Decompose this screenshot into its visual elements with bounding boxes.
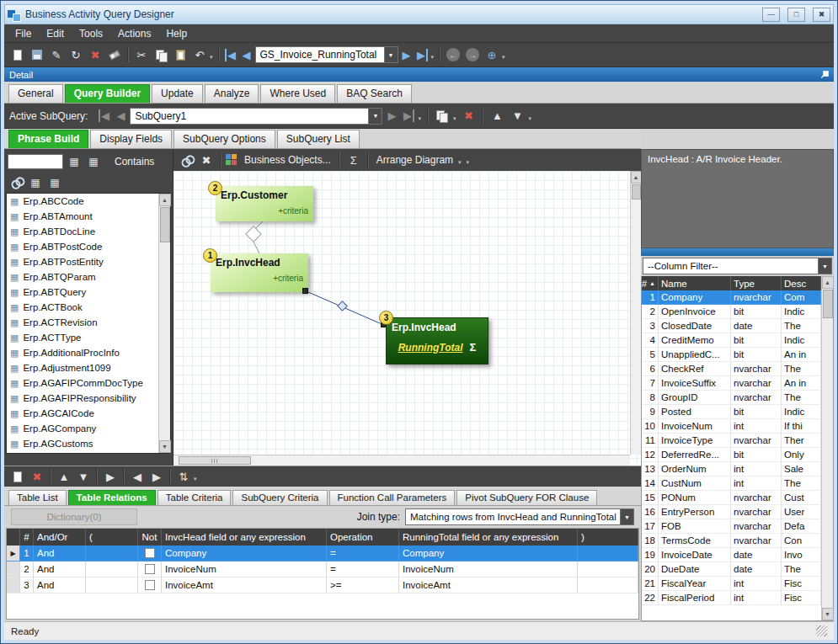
close-paren-cell[interactable] (578, 562, 638, 577)
list-view-button[interactable]: ▦ (85, 153, 102, 169)
num-column-header[interactable]: # (20, 529, 34, 546)
close-paren-column-header[interactable]: ) (578, 529, 638, 546)
resize-grip[interactable] (816, 625, 827, 636)
andor-column-header[interactable]: And/Or (34, 529, 86, 546)
scroll-up-icon[interactable]: ▲ (631, 171, 642, 184)
subquery-next-button[interactable]: ▶ (384, 107, 399, 125)
back-button[interactable]: ← (444, 45, 462, 64)
not-cell[interactable] (138, 546, 162, 562)
not-checkbox[interactable] (145, 580, 155, 590)
undo-caret-icon[interactable]: ▾ (210, 54, 213, 61)
invchead-field-cell[interactable]: InvoiceNum (162, 562, 327, 577)
maximize-button[interactable]: □ (787, 8, 805, 22)
table-list-scrollbar[interactable]: ▲ ▼ (158, 194, 170, 453)
edit-button[interactable]: ✎ (47, 45, 66, 64)
type-column-header[interactable]: Type (731, 276, 782, 290)
diagram-toolbar-caret-icon[interactable]: ▾ (467, 159, 470, 166)
nav-last-button[interactable]: ▶ (415, 45, 430, 64)
relations-tab[interactable]: Table Relations (68, 490, 156, 505)
arrange-diagram-caret-icon[interactable]: ▾ (458, 159, 462, 166)
scroll-thumb[interactable] (160, 207, 170, 242)
query-combo[interactable]: GS_Invoice_RunningTotal ▼ (255, 46, 398, 63)
field1-column-header[interactable]: InvcHead field or any expression (162, 529, 327, 546)
not-checkbox[interactable] (145, 564, 155, 574)
add-relation-button[interactable] (177, 151, 195, 169)
paste-button[interactable] (171, 45, 189, 64)
table-list-item[interactable]: ▦ Erp.Adjustment1099 (7, 360, 158, 375)
table-list-item[interactable]: ▦ Erp.ACTType (7, 330, 158, 345)
table-icon-button-2[interactable]: ▦ (46, 174, 63, 190)
column-row[interactable]: 13 OrderNum int Sale (642, 462, 821, 476)
delete-diagram-item-button[interactable]: ✖ (197, 151, 216, 169)
andor-cell[interactable]: And (34, 562, 86, 577)
link-tables-button[interactable] (8, 174, 24, 190)
play-button[interactable]: ▶ (101, 467, 120, 486)
subquery-combo-caret-icon[interactable]: ▼ (368, 109, 382, 124)
undo-button[interactable]: ↶ (190, 45, 209, 64)
subquery-first-button[interactable]: ◀ (96, 107, 111, 125)
row-down-button[interactable]: ▼ (74, 467, 93, 486)
column-row[interactable]: 3 ClosedDate date The (642, 319, 821, 333)
runningtotal-field-cell[interactable]: Company (399, 546, 578, 562)
sigma-button[interactable]: Σ (344, 151, 363, 169)
table-list-item[interactable]: ▦ Erp.ABTPostCode (7, 239, 158, 254)
column-row[interactable]: 22 FiscalPeriod int Fisc (642, 591, 821, 605)
scroll-thumb[interactable] (632, 184, 641, 200)
copy-button[interactable] (152, 45, 170, 64)
name-column-header[interactable]: Name (659, 276, 731, 290)
forward-button[interactable]: → (463, 45, 482, 64)
column-row[interactable]: 11 InvoiceType nvarchar Ther (642, 434, 821, 448)
invchead-node[interactable]: Erp.InvcHead +criteria (211, 253, 308, 292)
column-filter-caret-icon[interactable]: ▼ (818, 258, 831, 274)
menu-item[interactable]: File (8, 25, 39, 42)
table-list-item[interactable]: ▦ Erp.AGAFIPCommDocType (7, 375, 158, 391)
columns-grid-scrollbar[interactable]: ▲ ▼ (821, 276, 833, 620)
table-list-item[interactable]: ▦ Erp.ACTRevision (7, 315, 158, 330)
customer-node[interactable]: Erp.Customer +criteria (216, 186, 313, 221)
relations-tab[interactable]: Function Call Parameters (329, 490, 456, 505)
home-caret-icon[interactable]: ▾ (502, 54, 505, 61)
shift-left-button[interactable]: ◀ (128, 467, 147, 486)
andor-cell[interactable]: And (34, 546, 86, 562)
sub-tab[interactable]: SubQuery Options (173, 130, 275, 148)
table-list-item[interactable]: ▦ Erp.AGCustoms (7, 436, 158, 451)
close-paren-cell[interactable] (578, 546, 638, 562)
field2-column-header[interactable]: RunningTotal field or any expression (399, 529, 578, 546)
diagram-canvas[interactable]: 2 Erp.Customer +criteria 1 Erp.InvcHead … (173, 171, 641, 466)
column-row[interactable]: 17 FOB nvarchar Defa (642, 519, 821, 534)
close-button[interactable]: ✖ (813, 8, 830, 22)
column-row[interactable]: 5 UnappliedC... bit An in (642, 348, 821, 362)
desc-column-header[interactable]: Desc (782, 276, 821, 290)
operation-column-header[interactable]: Operation (327, 529, 399, 546)
arrange-diagram-button[interactable]: Arrange Diagram (373, 151, 456, 169)
sub-tab[interactable]: Display Fields (90, 130, 172, 148)
table-list-item[interactable]: ▦ Erp.AGCompany (7, 421, 158, 436)
subquery-combo[interactable]: SubQuery1 ▼ (130, 108, 382, 125)
scroll-up-icon[interactable]: ▲ (159, 194, 171, 206)
row-up-button[interactable]: ▲ (55, 467, 73, 486)
runningtotal-field-cell[interactable]: InvoiceNum (399, 562, 578, 577)
column-row[interactable]: 7 InvoiceSuffix nvarchar An in (642, 376, 821, 391)
query-combo-caret-icon[interactable]: ▼ (384, 47, 398, 62)
move-up-button[interactable]: ▲ (488, 107, 506, 125)
menu-item[interactable]: Tools (72, 25, 110, 42)
subquery-prev-button[interactable]: ◀ (113, 107, 128, 125)
table-icon-button[interactable]: ▦ (27, 174, 44, 190)
column-row[interactable]: 16 EntryPerson nvarchar User (642, 505, 821, 519)
operation-cell[interactable]: = (327, 546, 399, 562)
table-list-item[interactable]: ▦ Erp.ABTQParam (7, 269, 158, 285)
relations-tab[interactable]: SubQuery Criteria (232, 490, 327, 505)
close-paren-cell[interactable] (578, 577, 638, 593)
scroll-down-icon[interactable]: ▼ (822, 608, 834, 620)
not-cell[interactable] (138, 562, 162, 577)
column-row[interactable]: 9 Posted bit Indic (642, 405, 821, 419)
column-row[interactable]: 8 GroupID nvarchar The (642, 391, 821, 405)
add-row-button[interactable] (8, 467, 27, 486)
panel-splitter[interactable] (641, 248, 834, 256)
andor-cell[interactable]: And (34, 577, 86, 593)
nav-first-button[interactable]: ◀ (223, 45, 238, 64)
menu-item[interactable]: Actions (110, 25, 158, 42)
column-row[interactable]: 6 CheckRef nvarchar The (642, 362, 821, 376)
table-list-item[interactable]: ▦ Erp.AGAFIPResponsibility (7, 391, 158, 406)
relations-tab[interactable]: Table List (8, 490, 67, 505)
